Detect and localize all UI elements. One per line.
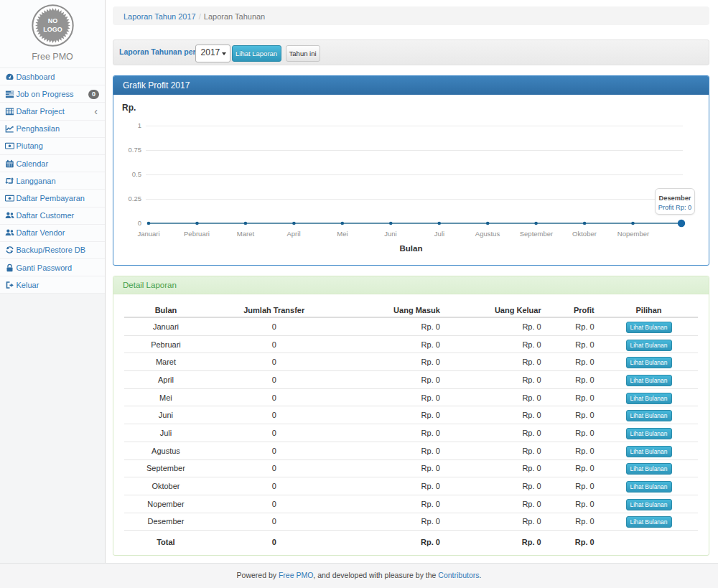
- svg-text:NO: NO: [47, 17, 57, 24]
- svg-text:LOGO: LOGO: [43, 26, 62, 33]
